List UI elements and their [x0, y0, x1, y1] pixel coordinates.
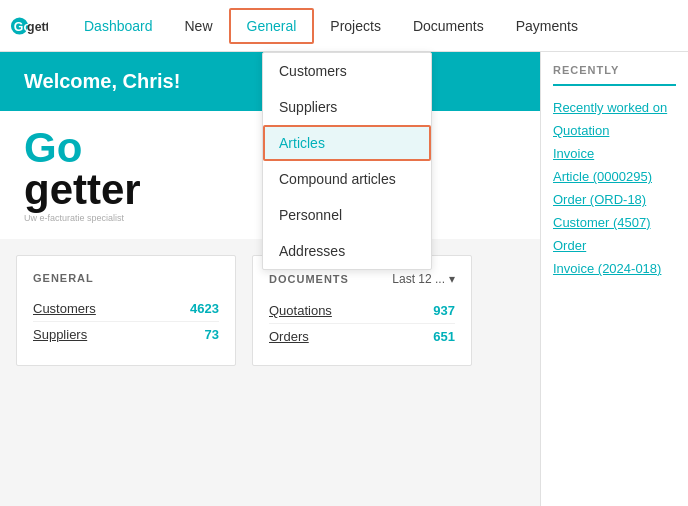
stats-row-suppliers: Suppliers 73 — [33, 322, 219, 347]
sidebar-link-order[interactable]: Order — [553, 234, 676, 257]
sidebar-link-invoice-2024[interactable]: Invoice (2024-018) — [553, 257, 676, 280]
orders-value: 651 — [433, 329, 455, 344]
logo[interactable]: Go getter — [10, 7, 52, 45]
orders-label[interactable]: Orders — [269, 329, 309, 344]
company-tagline: Uw e-facturatie specialist — [24, 213, 141, 223]
general-stats-card: GENERAL Customers 4623 Suppliers 73 — [16, 255, 236, 366]
general-stats-title: GENERAL — [33, 272, 219, 284]
quotations-value: 937 — [433, 303, 455, 318]
customers-label[interactable]: Customers — [33, 301, 96, 316]
customers-value: 4623 — [190, 301, 219, 316]
chevron-down-icon: ▾ — [449, 272, 455, 286]
documents-stats-card: DOCUMENTS Last 12 ... ▾ Quotations 937 O… — [252, 255, 472, 366]
svg-text:getter: getter — [27, 19, 48, 33]
logo-go: Go — [24, 124, 82, 171]
navbar: Go getter Dashboard New General Projects… — [0, 0, 688, 52]
sidebar-link-order-ord18[interactable]: Order (ORD-18) — [553, 188, 676, 211]
dropdown-item-personnel[interactable]: Personnel — [263, 197, 431, 233]
sidebar-link-quotation[interactable]: Quotation — [553, 119, 676, 142]
nav-item-new[interactable]: New — [169, 0, 229, 52]
dropdown-item-articles[interactable]: Articles — [263, 125, 431, 161]
nav-item-documents[interactable]: Documents — [397, 0, 500, 52]
suppliers-value: 73 — [205, 327, 219, 342]
nav-item-dashboard[interactable]: Dashboard — [68, 0, 169, 52]
dropdown-item-suppliers[interactable]: Suppliers — [263, 89, 431, 125]
company-logo: Go getter — [24, 127, 141, 211]
welcome-message: Welcome, Chris! — [24, 70, 180, 92]
dropdown-item-compound-articles[interactable]: Compound articles — [263, 161, 431, 197]
stats-row-customers: Customers 4623 — [33, 296, 219, 322]
sidebar-link-customer-4507[interactable]: Customer (4507) — [553, 211, 676, 234]
nav-item-general[interactable]: General — [229, 8, 315, 44]
suppliers-label[interactable]: Suppliers — [33, 327, 87, 342]
dropdown-item-addresses[interactable]: Addresses — [263, 233, 431, 269]
nav-item-payments[interactable]: Payments — [500, 0, 594, 52]
logo-icon: Go getter — [10, 7, 48, 45]
stats-row-quotations: Quotations 937 — [269, 298, 455, 324]
nav-links: Dashboard New General Projects Documents… — [68, 0, 678, 52]
docs-filter[interactable]: Last 12 ... ▾ — [392, 272, 455, 286]
stats-row-orders: Orders 651 — [269, 324, 455, 349]
docs-title: DOCUMENTS — [269, 273, 349, 285]
nav-item-projects[interactable]: Projects — [314, 0, 397, 52]
sidebar-divider — [553, 84, 676, 86]
dropdown-menu: Customers Suppliers Articles Compound ar… — [262, 52, 432, 270]
sidebar-link-recently-worked-on[interactable]: Recently worked on — [553, 96, 676, 119]
quotations-label[interactable]: Quotations — [269, 303, 332, 318]
company-logo-block: Go getter Uw e-facturatie specialist — [24, 127, 141, 223]
sidebar-link-invoice[interactable]: Invoice — [553, 142, 676, 165]
docs-header: DOCUMENTS Last 12 ... ▾ — [269, 272, 455, 286]
dropdown-item-customers[interactable]: Customers — [263, 53, 431, 89]
docs-filter-label: Last 12 ... — [392, 272, 445, 286]
sidebar-recently-title: RECENTLY — [553, 64, 676, 76]
right-sidebar: RECENTLY Recently worked on Quotation In… — [540, 52, 688, 506]
logo-getter: getter — [24, 166, 141, 213]
sidebar-link-article[interactable]: Article (0000295) — [553, 165, 676, 188]
